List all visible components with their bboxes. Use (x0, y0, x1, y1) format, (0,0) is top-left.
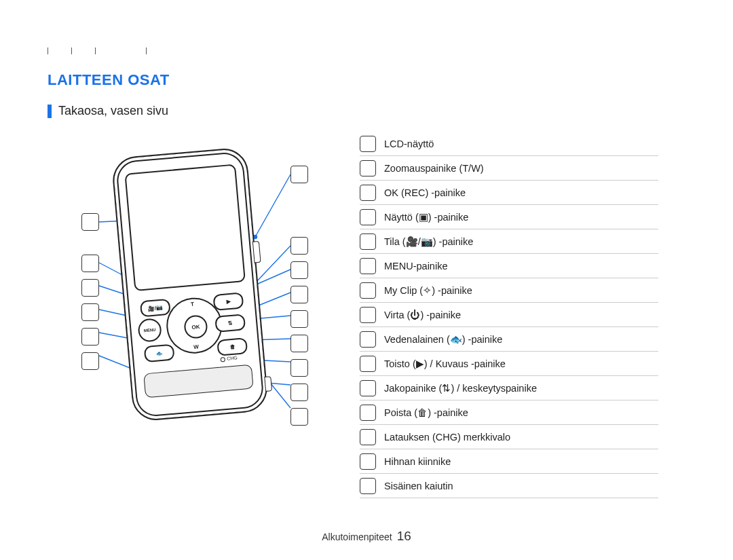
callout-box (360, 185, 376, 201)
legend-row: My Clip (✧) -painike (360, 278, 658, 303)
tick (146, 48, 147, 54)
callout-box (360, 429, 376, 445)
subtitle-row: Takaosa, vasen sivu (48, 104, 685, 118)
legend-label: MENU-painike (384, 261, 447, 272)
legend-label: Hihnan kiinnike (384, 456, 451, 467)
device-diagram: OK T W 🎥/📷 ▶ MENU ⇅ 🐟 🗑 CHG (48, 132, 339, 471)
legend-label: Virta (⏻) -painike (384, 310, 461, 320)
legend-label: OK (REC) -painike (384, 187, 466, 198)
content-area: OK T W 🎥/📷 ▶ MENU ⇅ 🐟 🗑 CHG LCD-näyttö Z… (48, 132, 685, 498)
page-footer: Alkutoimenpiteet 16 (0, 529, 733, 544)
legend-label: Näyttö (▣) -painike (384, 212, 468, 223)
subtitle: Takaosa, vasen sivu (58, 104, 168, 118)
callout-box (360, 307, 376, 323)
legend-row: Vedenalainen (🐟) -painike (360, 327, 658, 352)
legend-label: Latauksen (CHG) merkkivalo (384, 432, 510, 443)
callout-box (360, 136, 376, 152)
footer-section-label: Alkutoimenpiteet (322, 531, 392, 542)
legend-row: Zoomauspainike (T/W) (360, 156, 658, 181)
callout-box (360, 405, 376, 421)
legend-row: MENU-painike (360, 254, 658, 278)
legend-row: LCD-näyttö (360, 132, 658, 156)
device-body: OK T W 🎥/📷 ▶ MENU ⇅ 🐟 🗑 CHG (111, 147, 269, 422)
legend-row: Sisäinen kaiutin (360, 474, 658, 498)
legend-label: My Clip (✧) -painike (384, 285, 472, 296)
legend-row: Toisto (▶) / Kuvaus -painike (360, 352, 658, 376)
zoom-w-label: W (193, 343, 199, 350)
callout-box (360, 209, 376, 225)
subtitle-accent-bar (48, 105, 52, 118)
strap-hook (264, 376, 272, 392)
zoom-t-label: T (191, 301, 195, 307)
legend-row: Hihnan kiinnike (360, 449, 658, 474)
legend-row: OK (REC) -painike (360, 181, 658, 205)
tick (71, 48, 72, 54)
legend-table: LCD-näyttö Zoomauspainike (T/W) OK (REC)… (360, 132, 658, 498)
callout-box (360, 282, 376, 299)
mode-button: 🎥/📷 (140, 299, 171, 318)
share-button: ⇅ (214, 314, 246, 333)
callout-box (360, 380, 376, 396)
callout-box (360, 160, 376, 176)
section-title: LAITTEEN OSAT (48, 71, 685, 89)
legend-label: LCD-näyttö (384, 138, 434, 149)
legend-label: Tila (🎥/📷) -painike (384, 236, 473, 248)
underwater-button: 🐟 (144, 343, 175, 362)
legend-label: Vedenalainen (🐟) -painike (384, 334, 502, 346)
legend-label: Sisäinen kaiutin (384, 481, 453, 491)
legend-row: Poista (🗑) -painike (360, 400, 658, 425)
legend-label: Jakopainike (⇅) / keskeytyspainike (384, 383, 537, 394)
legend-row: Tila (🎥/📷) -painike (360, 229, 658, 254)
legend-row: Jakopainike (⇅) / keskeytyspainike (360, 376, 658, 400)
page-number: 16 (397, 529, 411, 543)
lcd-screen (124, 164, 246, 292)
callout-box (360, 453, 376, 470)
legend-row: Latauksen (CHG) merkkivalo (360, 425, 658, 449)
ok-button: OK (183, 314, 208, 339)
legend-label: Zoomauspainike (T/W) (384, 163, 484, 174)
callout-box (360, 234, 376, 250)
tick (95, 48, 96, 54)
legend-row: Näyttö (▣) -painike (360, 205, 658, 229)
tick (48, 48, 48, 54)
legend-label: Poista (🗑) -painike (384, 407, 468, 418)
legend-label: Toisto (▶) / Kuvaus -painike (384, 358, 506, 369)
playback-button: ▶ (212, 292, 244, 311)
callout-box (360, 478, 376, 494)
callout-box (360, 331, 376, 348)
top-ruler (48, 48, 147, 54)
page-root: LAITTEEN OSAT Takaosa, vasen sivu (0, 0, 733, 560)
svg-line-2 (255, 174, 290, 237)
delete-button: 🗑 (217, 337, 248, 356)
legend-row: Virta (⏻) -painike (360, 303, 658, 327)
callout-box (360, 356, 376, 372)
callout-box (360, 258, 376, 274)
